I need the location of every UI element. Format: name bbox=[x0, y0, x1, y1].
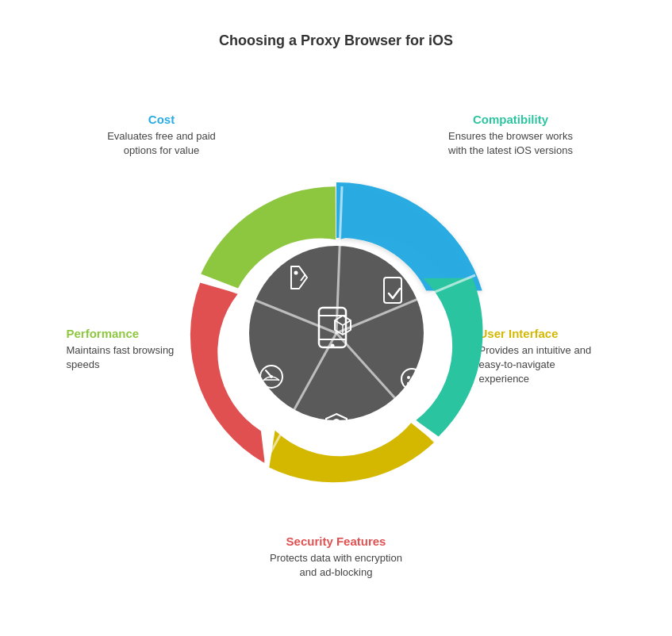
ui-desc: Provides an intuitive and easy-to-naviga… bbox=[479, 343, 606, 387]
cost-title: Cost bbox=[98, 113, 225, 126]
compat-desc: Ensures the browser works with the lates… bbox=[447, 129, 574, 158]
svg-rect-22 bbox=[332, 424, 340, 431]
perf-title: Performance bbox=[67, 327, 186, 340]
page-container: Choosing a Proxy Browser for iOS Cost Ev… bbox=[51, 33, 622, 604]
security-title: Security Features bbox=[265, 534, 408, 548]
svg-point-25 bbox=[270, 375, 273, 378]
cost-desc: Evaluates free and paid options for valu… bbox=[98, 129, 225, 158]
compat-title: Compatibility bbox=[447, 113, 574, 126]
svg-text:...: ... bbox=[418, 368, 424, 375]
svg-point-14 bbox=[294, 270, 298, 274]
compat-label-area: Compatibility Ensures the browser works … bbox=[447, 113, 574, 158]
svg-point-18 bbox=[407, 376, 410, 379]
diagram-wrapper: Cost Evaluates free and paid options for… bbox=[51, 65, 622, 604]
security-label-area: Security Features Protects data with enc… bbox=[265, 534, 408, 580]
donut-chart: ... bbox=[178, 174, 495, 495]
perf-desc: Maintains fast browsing speeds bbox=[67, 343, 186, 372]
page-title: Choosing a Proxy Browser for iOS bbox=[51, 33, 622, 49]
ui-label-area: User Interface Provides an intuitive and… bbox=[479, 327, 606, 387]
perf-label-area: Performance Maintains fast browsing spee… bbox=[67, 327, 186, 372]
security-desc: Protects data with encryption and ad-blo… bbox=[265, 551, 408, 580]
cost-label-area: Cost Evaluates free and paid options for… bbox=[98, 113, 225, 158]
svg-point-19 bbox=[413, 376, 417, 379]
ui-title: User Interface bbox=[479, 327, 606, 340]
